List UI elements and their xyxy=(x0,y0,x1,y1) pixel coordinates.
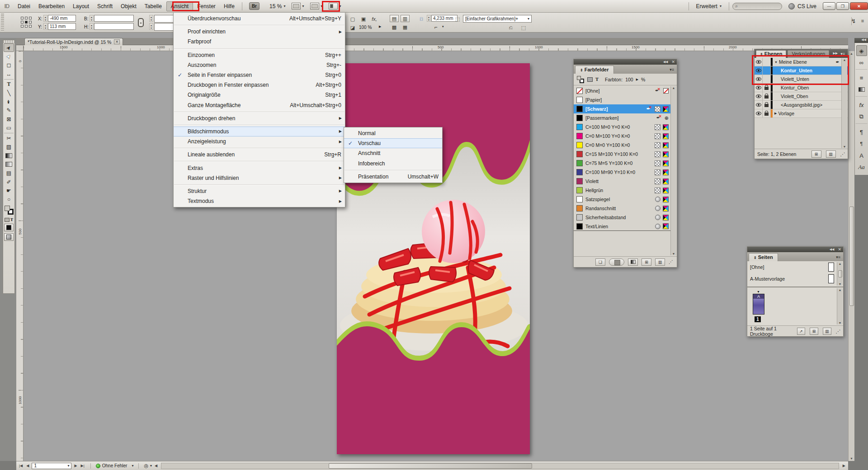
swatch-row[interactable]: [Passermarken]✒⊕ xyxy=(574,113,670,122)
lock-cell[interactable] xyxy=(763,101,771,109)
page-1-number[interactable]: 1 xyxy=(755,316,761,322)
first-page-icon[interactable]: |◀ xyxy=(18,464,24,468)
new-layer-button[interactable]: ⊞ xyxy=(811,150,821,158)
lock-cell[interactable] xyxy=(763,75,771,83)
cs-live-label[interactable]: CS Live xyxy=(797,3,816,9)
scroll-left-icon[interactable]: ◀ xyxy=(154,464,158,468)
restore-button[interactable]: ❐ xyxy=(836,2,849,10)
type-tool[interactable]: T xyxy=(4,80,14,89)
menu-item-ganze-montageflaeche[interactable]: Ganze MontageflächeAlt+Umschalt+Strg+0 xyxy=(174,100,345,110)
lock-cell[interactable] xyxy=(763,66,771,75)
corner-options-icon[interactable]: ⌼ xyxy=(417,15,426,23)
scroll-up-icon[interactable]: ▲ xyxy=(839,262,842,265)
scroll-up-icon[interactable]: ▲ xyxy=(839,288,842,291)
corner-stepper[interactable]: ▲▼ xyxy=(427,15,431,22)
search-input[interactable]: ⌕ xyxy=(732,3,782,10)
delete-page-button[interactable]: ▥ xyxy=(823,328,831,335)
scroll-up-icon[interactable]: ▲ xyxy=(843,58,846,61)
opacity-value[interactable]: 100 % xyxy=(359,25,372,30)
tint-value[interactable]: 100 xyxy=(625,77,633,82)
swatch-row[interactable]: C=0 M=100 Y=0 K=0 xyxy=(574,132,670,141)
close-button[interactable]: ✕ xyxy=(850,2,868,10)
gap-tool[interactable]: ↔ xyxy=(4,70,14,78)
direct-selection-tool[interactable]: ➤ xyxy=(4,52,14,61)
step-down-icon[interactable]: ▼ xyxy=(44,27,47,29)
panel-menu-icon[interactable]: ▾≡ xyxy=(836,255,843,261)
menu-hilfe[interactable]: Hilfe xyxy=(220,2,239,11)
scale-y-stepper[interactable]: ▲▼ xyxy=(149,23,153,30)
close-icon[interactable]: ✕ xyxy=(671,60,675,64)
tab-verknuepfungen[interactable]: Verknüpfungen xyxy=(788,50,829,58)
collapse-icon[interactable]: ◀◀ xyxy=(830,248,835,251)
visibility-cell[interactable] xyxy=(755,58,763,66)
clear-overrides-icon[interactable]: ⎌ xyxy=(506,24,515,31)
menu-schrift[interactable]: Schrift xyxy=(93,2,117,11)
masters-scrollbar[interactable]: ▲ ▼ xyxy=(837,262,843,286)
resize-grip-icon[interactable]: ⋰ xyxy=(840,151,845,157)
tint-dropdown-icon[interactable]: ▶ xyxy=(636,78,638,81)
submenu-item-vorschau[interactable]: ✓Vorschau xyxy=(344,138,442,148)
step-down-icon[interactable]: ▼ xyxy=(428,19,430,21)
pen-tool[interactable]: ✒ xyxy=(4,97,14,106)
layer-row-ausgangsbild[interactable]: <Ausgangsbild.jpg> xyxy=(755,101,848,109)
menu-item-proof-einrichten[interactable]: Proof einrichten▶ xyxy=(174,27,345,37)
chevron-down-icon[interactable]: ▾ xyxy=(132,464,133,468)
workspace-switcher[interactable]: Erweitert ▾ xyxy=(692,2,726,11)
eyedropper-tool[interactable]: ✐ xyxy=(4,178,14,186)
swatch-row[interactable]: Text/Linien xyxy=(574,222,670,231)
close-icon[interactable]: ✕ xyxy=(838,247,841,252)
menu-item-extras[interactable]: Extras▶ xyxy=(174,163,345,173)
dock-glyphs-icon[interactable]: Aa xyxy=(856,162,867,173)
scroll-down-icon[interactable]: ▼ xyxy=(850,457,853,461)
next-page-icon[interactable]: ▶ xyxy=(73,464,78,468)
chevron-down-icon[interactable]: ▾ xyxy=(302,4,304,8)
fill-stroke-proxy[interactable] xyxy=(4,205,14,215)
selection-tool[interactable]: ➤ xyxy=(4,43,14,52)
swatches-scrollbar[interactable]: ▲ ▼ xyxy=(670,86,676,255)
swatch-row[interactable]: [Ohne]✒ xyxy=(574,86,670,95)
visibility-cell[interactable] xyxy=(755,75,763,83)
ruler-corner[interactable] xyxy=(16,45,24,51)
swatch-row[interactable]: C=100 M=0 Y=0 K=0 xyxy=(574,122,670,132)
dock-pathfinder-icon[interactable]: ⧉ xyxy=(856,111,867,122)
dock-effects-icon[interactable]: fx xyxy=(856,99,867,110)
scroll-right-icon[interactable]: ▶ xyxy=(842,464,846,468)
x-field[interactable]: -490 mm xyxy=(48,15,76,22)
chevron-down-icon[interactable]: ▾ xyxy=(150,464,152,468)
y-field[interactable]: 113 mm xyxy=(48,23,76,30)
zoom-tool[interactable]: ○ xyxy=(4,195,14,204)
expand-triangle-icon[interactable]: ▼ xyxy=(774,61,778,64)
height-field[interactable] xyxy=(94,23,134,30)
document-page[interactable] xyxy=(337,63,530,454)
note-tool[interactable]: ▤ xyxy=(4,169,14,177)
new-swatch-button[interactable]: ⊞ xyxy=(642,258,651,266)
effects-fx-dropdown[interactable]: fx, xyxy=(370,15,379,23)
resize-grip-icon[interactable]: ⋰ xyxy=(836,329,841,334)
swatch-row[interactable]: Randanschnitt xyxy=(574,204,670,213)
master-row-ohne[interactable]: [Ohne] xyxy=(747,261,843,273)
new-page-button[interactable]: ⊞ xyxy=(810,328,818,335)
line-tool[interactable]: ╲ xyxy=(4,89,14,97)
menu-item-anzeigeleistung[interactable]: Anzeigeleistung▶ xyxy=(174,136,345,146)
vertical-ruler[interactable]: 0 500 1000 xyxy=(16,51,24,461)
page-tool[interactable]: ◻ xyxy=(4,61,14,70)
fill-swatch[interactable] xyxy=(5,206,10,211)
menu-item-seite-in-fenster[interactable]: ✓Seite in Fenster einpassenStrg+0 xyxy=(174,70,345,80)
hand-tool[interactable]: ☛ xyxy=(4,186,14,195)
layer-row-vorlage[interactable]: ▶ Vorlage xyxy=(755,109,848,118)
rectangle-tool[interactable]: ▭ xyxy=(4,124,14,132)
reference-point-proxy[interactable] xyxy=(21,17,33,28)
scissors-tool[interactable]: ✂ xyxy=(4,134,14,142)
submenu-item-normal[interactable]: Normal xyxy=(344,128,442,138)
menu-objekt[interactable]: Objekt xyxy=(117,2,141,11)
scroll-down-icon[interactable]: ▼ xyxy=(839,321,842,324)
frame-tool[interactable]: ⊠ xyxy=(4,115,14,123)
horizontal-scrollbar[interactable] xyxy=(161,463,839,469)
swatch-row[interactable]: Satzspiegel xyxy=(574,195,670,204)
page-1-thumbnail[interactable]: A xyxy=(753,294,764,315)
dock-links-icon[interactable]: ∞ xyxy=(856,57,867,68)
swatch-libraries-button[interactable]: ❏ xyxy=(595,258,605,266)
lock-cell[interactable] xyxy=(763,58,771,66)
scrollbar-thumb[interactable] xyxy=(329,463,532,469)
lock-cell[interactable] xyxy=(763,92,771,100)
